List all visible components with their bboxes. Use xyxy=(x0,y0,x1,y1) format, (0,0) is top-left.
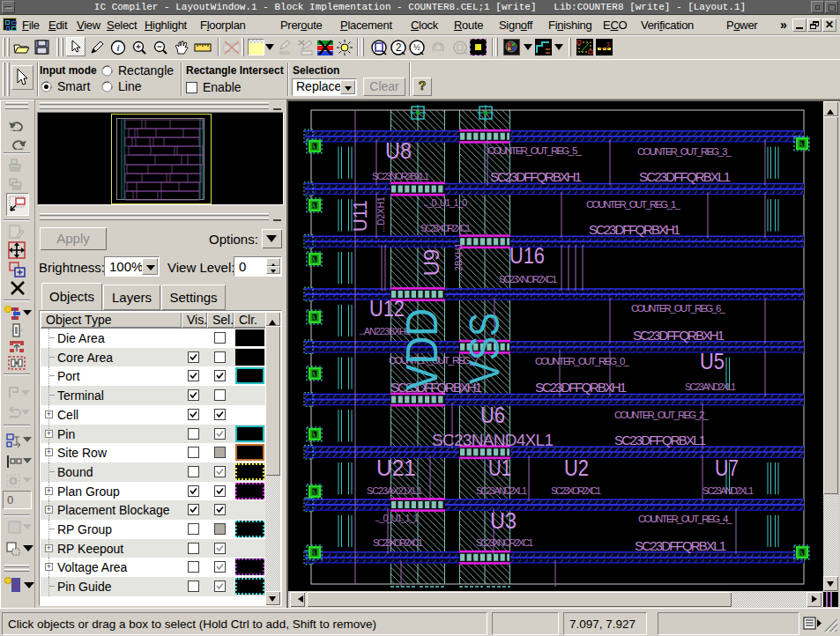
svg-text:SC23XNOR2XC1: SC23XNOR2XC1 xyxy=(476,537,533,548)
svg-text:U1: U1 xyxy=(488,455,511,481)
svg-text:VDD: VDD xyxy=(398,308,447,390)
svg-text:SC23AND2XL1: SC23AND2XL1 xyxy=(685,381,736,392)
svg-text:SC23DFFQRBXH1: SC23DFFQRBXH1 xyxy=(490,169,582,184)
svg-text:COUNTER_OUT_REG_3_: COUNTER_OUT_REG_3_ xyxy=(637,146,732,157)
svg-text:SC23DFFQRBXH1: SC23DFFQRBXH1 xyxy=(633,328,725,343)
svg-text:U9: U9 xyxy=(420,249,443,277)
svg-text:?: ? xyxy=(419,78,427,92)
svg-text:COUNTER_OUT_REG_1_: COUNTER_OUT_REG_1_ xyxy=(586,199,681,210)
svg-text:COUNTER_OUT_REG_0_: COUNTER_OUT_REG_0_ xyxy=(535,356,630,366)
svg-text:U21: U21 xyxy=(376,455,416,481)
svg-text:SC23NOR2BXL1: SC23NOR2BXL1 xyxy=(372,171,429,181)
svg-text:COUNTER_OUT_REG_4_: COUNTER_OUT_REG_4_ xyxy=(638,514,733,524)
svg-text:SC23XOR2XC1: SC23XOR2XC1 xyxy=(551,485,601,496)
svg-text:SC23DFFQRBXH1: SC23DFFQRBXH1 xyxy=(535,380,627,395)
svg-text:SC23DFFQRBXH1: SC23DFFQRBXH1 xyxy=(589,222,680,237)
svg-text:U5: U5 xyxy=(700,348,725,374)
svg-text:U11: U11 xyxy=(349,200,371,232)
svg-text:U7: U7 xyxy=(715,455,739,481)
svg-text:SC23XNOR2XC1: SC23XNOR2XC1 xyxy=(499,274,557,285)
svg-text:U6: U6 xyxy=(480,402,505,428)
svg-text:COUNTER_OUT_REG_6_: COUNTER_OUT_REG_6_ xyxy=(631,303,726,314)
svg-text:COUNTER_OUT_REG_5_: COUNTER_OUT_REG_5_ xyxy=(487,145,583,156)
svg-text:SC23DFFQRBXL1: SC23DFFQRBXL1 xyxy=(635,538,726,553)
svg-text:U8: U8 xyxy=(385,137,412,164)
svg-text:SC23DFFQRBXL1: SC23DFFQRBXL1 xyxy=(639,169,731,184)
svg-text:3: 3 xyxy=(606,41,610,48)
svg-text:U2: U2 xyxy=(564,455,589,481)
svg-text:..._0_U1_1_1: ..._0_U1_1_1 xyxy=(375,513,419,523)
svg-text:SC23AX21XL1: SC23AX21XL1 xyxy=(367,485,422,496)
svg-text:..._0_U1_1_0: ..._0_U1_1_0 xyxy=(423,197,467,208)
svg-text:½: ½ xyxy=(413,43,420,52)
svg-text:COUNTER_OUT_REG_2_: COUNTER_OUT_REG_2_ xyxy=(614,410,710,420)
svg-text:...D2XH1: ...D2XH1 xyxy=(376,196,386,233)
svg-text:SC23XOR2XC1: SC23XOR2XC1 xyxy=(373,537,423,548)
svg-text:SC23AND2XL1: SC23AND2XL1 xyxy=(702,485,754,496)
svg-text:SC23XOR2XC1: SC23XOR2XC1 xyxy=(420,223,471,233)
svg-text:2: 2 xyxy=(396,41,402,54)
svg-text:VSS: VSS xyxy=(461,313,508,384)
svg-text:U3: U3 xyxy=(490,507,517,534)
svg-text:SC23NAND4XL1: SC23NAND4XL1 xyxy=(432,431,554,449)
svg-text:U16: U16 xyxy=(509,242,545,269)
svg-text:SC23DFFQRBXL1: SC23DFFQRBXL1 xyxy=(614,433,706,447)
svg-text:...2BXH1: ...2BXH1 xyxy=(454,243,464,278)
svg-text:SC23AND2XL1: SC23AND2XL1 xyxy=(476,485,527,496)
